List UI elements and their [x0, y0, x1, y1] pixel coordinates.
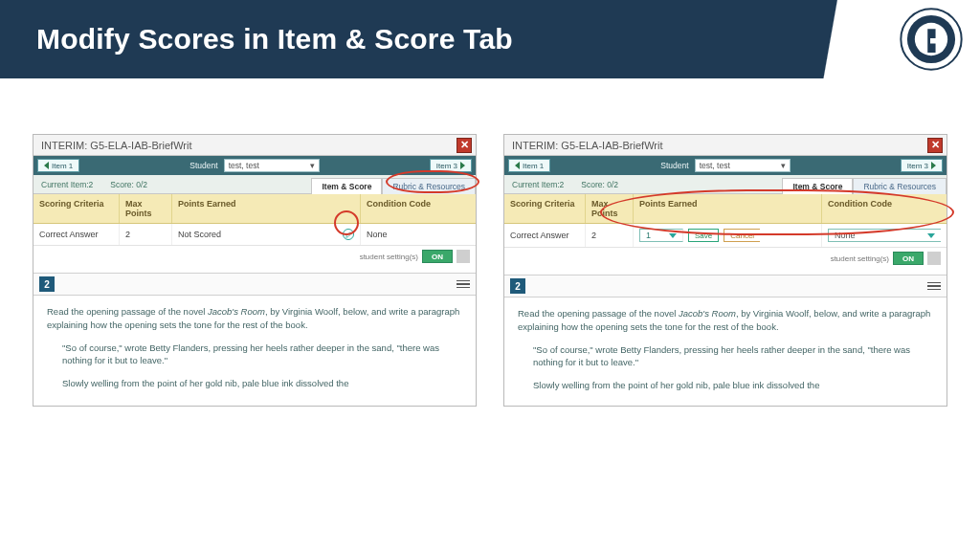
hamburger-icon[interactable]: [457, 280, 470, 289]
tab-rubric-resources[interactable]: Rubric & Resources: [853, 178, 947, 194]
slide-title: Modify Scores in Item & Score Tab: [36, 23, 513, 55]
score-summary-text: Score: 0/2: [110, 180, 147, 189]
criteria-cell: Correct Answer: [33, 224, 120, 245]
save-button[interactable]: Save: [688, 229, 719, 242]
item-nav-bar: Item 1 Student test, test▾ Item 3: [33, 156, 476, 175]
next-item-button[interactable]: Item 3: [901, 159, 943, 172]
student-selector: Student test, test▾: [660, 159, 790, 172]
condition-code-cell: None: [361, 224, 476, 245]
max-points-cell: 2: [120, 224, 172, 245]
pencil-icon[interactable]: [343, 229, 354, 240]
max-points-cell: 2: [586, 224, 634, 247]
panel-titlebar: INTERIM: G5-ELA-IAB-BriefWrit ✕: [504, 135, 947, 156]
window-title: INTERIM: G5-ELA-IAB-BriefWrit: [512, 140, 662, 151]
current-item-text: Current Item:2: [512, 180, 564, 189]
settings-toggle[interactable]: ON: [893, 252, 924, 265]
tab-rubric-resources[interactable]: Rubric & Resources: [382, 178, 476, 194]
settings-toggle[interactable]: ON: [422, 250, 453, 263]
score-summary-text: Score: 0/2: [581, 180, 618, 189]
student-label: Student: [660, 161, 688, 170]
tabs-row: Current Item:2 Score: 0/2 Item & Score R…: [504, 175, 947, 194]
question-number-badge: 2: [510, 278, 525, 294]
item-nav-bar: Item 1 Student test, test▾ Item 3: [504, 156, 947, 175]
settings-gray-block: [927, 252, 941, 265]
student-settings-row: student setting(s) ON: [504, 248, 947, 269]
close-icon[interactable]: ✕: [927, 138, 943, 153]
tab-item-score[interactable]: Item & Score: [782, 178, 853, 194]
score-grid-row: Correct Answer 2 1 Save Cancel None: [504, 224, 947, 248]
score-grid-row: Correct Answer 2 Not Scored None: [33, 224, 476, 246]
question-bar: 2: [33, 273, 476, 296]
student-dropdown[interactable]: test, test▾: [224, 159, 320, 172]
score-grid-header: Scoring CriteriaMax PointsPoints EarnedC…: [504, 194, 947, 224]
close-icon[interactable]: ✕: [457, 138, 472, 153]
tabs-row: Current Item:2 Score: 0/2 Item & Score R…: [33, 175, 476, 194]
question-bar: 2: [504, 275, 947, 298]
slide-header: Modify Scores in Item & Score Tab: [0, 0, 980, 78]
panel-titlebar: INTERIM: G5-ELA-IAB-BriefWrit ✕: [33, 135, 476, 156]
panels-row: INTERIM: G5-ELA-IAB-BriefWrit ✕ Item 1 S…: [0, 78, 980, 407]
panel-after: INTERIM: G5-ELA-IAB-BriefWrit ✕ Item 1 S…: [503, 134, 947, 407]
panel-before: INTERIM: G5-ELA-IAB-BriefWrit ✕ Item 1 S…: [33, 134, 477, 407]
next-item-button[interactable]: Item 3: [430, 159, 472, 172]
criteria-cell: Correct Answer: [504, 224, 586, 247]
score-grid-header: Scoring CriteriaMax PointsPoints EarnedC…: [33, 194, 476, 224]
hamburger-icon[interactable]: [927, 282, 941, 291]
settings-gray-block: [457, 250, 470, 263]
cancel-button[interactable]: Cancel: [724, 229, 760, 242]
points-earned-dropdown[interactable]: 1: [639, 229, 683, 242]
condition-code-cell: None: [822, 224, 947, 247]
student-selector: Student test, test▾: [189, 159, 319, 172]
points-earned-cell: Not Scored: [172, 224, 361, 245]
passage-text: Read the opening passage of the novel Ja…: [33, 296, 476, 404]
current-item-text: Current Item:2: [41, 180, 93, 189]
student-label: Student: [189, 161, 217, 170]
student-settings-row: student setting(s) ON: [33, 246, 476, 267]
idaho-doe-seal-icon: [900, 8, 963, 71]
tab-item-score[interactable]: Item & Score: [311, 178, 382, 194]
question-number-badge: 2: [39, 276, 55, 292]
window-title: INTERIM: G5-ELA-IAB-BriefWrit: [41, 140, 191, 151]
passage-text: Read the opening passage of the novel Ja…: [504, 298, 947, 406]
condition-code-dropdown[interactable]: None: [828, 229, 941, 242]
prev-item-button[interactable]: Item 1: [37, 159, 79, 172]
points-earned-cell: 1 Save Cancel: [634, 224, 822, 247]
prev-item-button[interactable]: Item 1: [508, 159, 550, 172]
student-dropdown[interactable]: test, test▾: [695, 159, 791, 172]
